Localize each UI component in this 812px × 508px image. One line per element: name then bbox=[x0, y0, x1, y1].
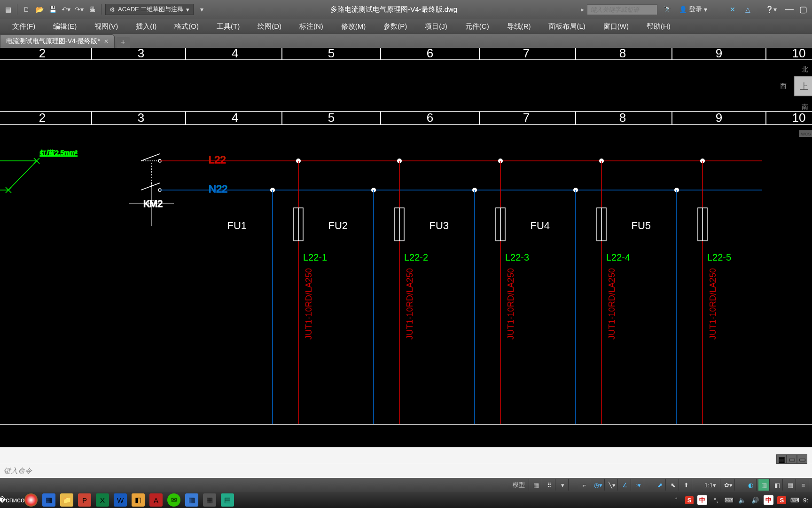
model-tab-icon[interactable]: ▦ bbox=[776, 454, 787, 464]
app-icon-1[interactable]: ▦ bbox=[42, 493, 55, 507]
snap-icon[interactable]: ⠿ bbox=[544, 479, 555, 491]
exchange-icon[interactable]: ✕ bbox=[727, 4, 738, 15]
tray-expand-icon[interactable]: ˄ bbox=[672, 495, 681, 505]
menu-draw[interactable]: 绘图(D) bbox=[249, 20, 290, 33]
a360-icon[interactable]: △ bbox=[742, 4, 753, 15]
app-icon-grey[interactable]: ▦ bbox=[203, 493, 216, 507]
wechat-icon[interactable]: ✉ bbox=[167, 493, 180, 507]
svg-text:9: 9 bbox=[716, 48, 722, 60]
svg-text:FU2: FU2 bbox=[328, 220, 348, 231]
menu-project[interactable]: 项目(J) bbox=[416, 20, 456, 33]
close-icon[interactable]: ✕ bbox=[104, 38, 109, 45]
svg-text:FU5: FU5 bbox=[631, 220, 651, 231]
customize-icon[interactable]: ≡ bbox=[798, 479, 809, 491]
redo-icon[interactable]: ↷▾ bbox=[74, 4, 84, 15]
menu-dim[interactable]: 标注(N) bbox=[291, 20, 332, 33]
maximize-button[interactable]: ▢ bbox=[799, 4, 807, 15]
start-button[interactable]: �список bbox=[7, 493, 20, 507]
lang-indicator[interactable]: 中 bbox=[764, 495, 773, 505]
save-icon[interactable]: 💾 bbox=[47, 4, 58, 15]
workspace-dropdown[interactable]: ⚙ ACADE 二维草图与注释 ▾ bbox=[105, 4, 194, 15]
menu-component[interactable]: 元件(C) bbox=[457, 20, 498, 33]
new-icon[interactable]: 🗋 bbox=[21, 4, 31, 15]
volume-icon[interactable]: 🔊 bbox=[750, 495, 760, 505]
doc-title-dropdown[interactable]: ▸ bbox=[578, 6, 587, 13]
lineweight-icon[interactable]: ⬈ bbox=[655, 479, 666, 491]
transparency-icon[interactable]: ⬉ bbox=[668, 479, 679, 491]
ime-mode-icon[interactable]: °, bbox=[711, 495, 720, 505]
menu-param[interactable]: 参数(P) bbox=[375, 20, 415, 33]
app-icon-blue[interactable]: ▥ bbox=[185, 493, 198, 507]
3dosnap-icon[interactable]: ▫▾ bbox=[633, 479, 644, 491]
model-space-button[interactable]: 模型 bbox=[509, 479, 529, 491]
gear-icon[interactable]: ✿▾ bbox=[722, 479, 735, 491]
chrome-icon[interactable] bbox=[24, 493, 38, 507]
add-tab-button[interactable]: + bbox=[117, 37, 130, 48]
layout2-tab-icon[interactable]: ▭ bbox=[797, 454, 807, 464]
doc-tab-active[interactable]: 电流测试电气原理图-V4-最终版* ✕ bbox=[0, 34, 115, 48]
search-input[interactable] bbox=[587, 4, 657, 15]
explorer-icon[interactable]: 📁 bbox=[60, 493, 73, 507]
app-menu-icon[interactable]: ▤ bbox=[3, 4, 13, 15]
osnap-icon[interactable]: ∠ bbox=[620, 479, 631, 491]
svg-text:JUT1-10RD/LA250: JUT1-10RD/LA250 bbox=[304, 268, 313, 340]
menu-help[interactable]: 帮助(H) bbox=[638, 20, 679, 33]
polar-icon[interactable]: ◷▾ bbox=[592, 479, 605, 491]
minimize-button[interactable]: — bbox=[785, 4, 794, 15]
dropdown-icon[interactable]: ▾ bbox=[557, 479, 569, 491]
isodraft-icon[interactable]: ╲▾ bbox=[607, 479, 618, 491]
app-icon-teal[interactable]: ▤ bbox=[221, 493, 234, 507]
command-history[interactable] bbox=[0, 447, 812, 464]
word-icon[interactable]: W bbox=[114, 493, 127, 507]
branch-1: FU1 L22-1 JUT1-10RD/LA250 bbox=[227, 159, 327, 424]
sogou-icon-2[interactable]: S bbox=[777, 496, 786, 504]
menu-window[interactable]: 窗口(W) bbox=[595, 20, 637, 33]
command-area: 键入命令 bbox=[0, 447, 812, 478]
excel-icon[interactable]: X bbox=[96, 493, 109, 507]
gear-icon: ⚙ bbox=[109, 6, 115, 13]
login-button[interactable]: 👤 登录 ▾ bbox=[676, 5, 710, 14]
ortho-icon[interactable]: ⌐ bbox=[579, 479, 590, 491]
svg-text:L22-5: L22-5 bbox=[707, 252, 731, 262]
print-icon[interactable]: 🖶 bbox=[87, 4, 97, 15]
command-input[interactable]: 键入命令 bbox=[0, 464, 812, 478]
ruler-top-1: 2 3 4 5 6 7 8 9 10 bbox=[0, 48, 812, 60]
battery-icon[interactable]: 🔈 bbox=[737, 495, 747, 505]
ime-lang-badge[interactable]: 中 bbox=[697, 495, 707, 505]
cycling-icon[interactable]: ⬆ bbox=[681, 479, 692, 491]
menu-panel[interactable]: 面板布局(L) bbox=[540, 20, 593, 33]
powerpoint-icon[interactable]: P bbox=[78, 493, 91, 507]
menu-wire[interactable]: 导线(R) bbox=[499, 20, 539, 33]
svg-text:JUT1-10RD/LA250: JUT1-10RD/LA250 bbox=[506, 268, 515, 340]
binoculars-icon[interactable]: 🔭 bbox=[661, 4, 672, 15]
clock[interactable]: 9: bbox=[803, 497, 808, 504]
keyboard-icon[interactable]: ⌨ bbox=[790, 495, 799, 505]
menu-insert[interactable]: 插入(I) bbox=[127, 20, 165, 33]
layout1-tab-icon[interactable]: ▭ bbox=[787, 454, 797, 464]
menu-format[interactable]: 格式(O) bbox=[166, 20, 207, 33]
svg-text:北: 北 bbox=[802, 65, 808, 73]
viewcube: 北 西 上 南 WCS bbox=[780, 65, 812, 137]
quickprops-icon[interactable]: ◐ bbox=[745, 479, 757, 491]
hardware-accel-icon[interactable]: ◧ bbox=[772, 479, 783, 491]
autocad-icon[interactable]: A bbox=[149, 493, 163, 507]
annotation-scale[interactable]: 1:1▾ bbox=[701, 479, 720, 491]
menu-file[interactable]: 文件(F) bbox=[4, 20, 44, 33]
undo-icon[interactable]: ↶▾ bbox=[61, 4, 71, 15]
isolate-icon[interactable]: ▦ bbox=[785, 479, 796, 491]
ime-keyboard-icon[interactable]: ⌨ bbox=[724, 495, 734, 505]
open-icon[interactable]: 📂 bbox=[34, 4, 45, 15]
qat-dropdown-icon[interactable]: ▾ bbox=[196, 4, 207, 15]
drawing-canvas[interactable]: 2 3 4 5 6 7 8 9 10 2 3 4 5 6 7 8 9 10 北 … bbox=[0, 48, 812, 447]
svg-text:红/蓝2.5mm²: 红/蓝2.5mm² bbox=[40, 149, 78, 157]
help-icon[interactable]: ❔▾ bbox=[765, 4, 777, 15]
grid-icon[interactable]: ▦ bbox=[531, 479, 542, 491]
menu-view[interactable]: 视图(V) bbox=[86, 20, 126, 33]
app-icon-3d[interactable]: ◧ bbox=[132, 493, 145, 507]
menu-tools[interactable]: 工具(T) bbox=[208, 20, 248, 33]
doc-tab-label: 电流测试电气原理图-V4-最终版* bbox=[6, 37, 100, 46]
menu-edit[interactable]: 编辑(E) bbox=[45, 20, 85, 33]
menu-modify[interactable]: 修改(M) bbox=[333, 20, 375, 33]
units-icon[interactable]: ▥ bbox=[758, 479, 770, 491]
sogou-ime-icon[interactable]: S bbox=[685, 496, 694, 504]
